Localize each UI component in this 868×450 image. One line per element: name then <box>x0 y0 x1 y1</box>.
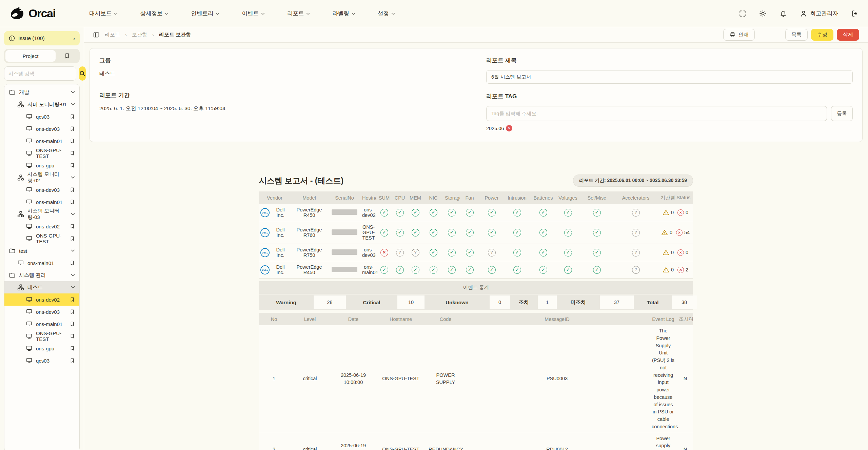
system-row[interactable]: DELLDell Inc. PowerEdge R450 ons-main01 … <box>259 261 693 279</box>
vendor-name: Dell Inc. <box>272 207 289 218</box>
bookmark-icon[interactable] <box>70 126 75 132</box>
bookmark-icon[interactable] <box>70 345 75 351</box>
monitor-icon <box>26 125 33 132</box>
delete-button[interactable]: 삭제 <box>837 29 859 41</box>
tree-item[interactable]: 시스템 관리 <box>4 269 79 281</box>
tree-item[interactable]: ons-dev02 <box>4 293 79 306</box>
event-row[interactable]: 1 critical 2025-06-1910:08:00 ONS-GPU-TE… <box>259 325 693 433</box>
nav-menu-item[interactable]: 설정 <box>378 10 395 17</box>
chevron-down-icon[interactable] <box>71 274 75 277</box>
bookmark-icon[interactable] <box>70 260 75 266</box>
panel-toggle-icon[interactable] <box>93 32 100 38</box>
nav-menu-item[interactable]: 대시보드 <box>89 10 118 17</box>
system-row[interactable]: DELLDell Inc. PowerEdge R750 ons-dev03 ✕… <box>259 244 693 261</box>
tree-item[interactable]: ons-dev03 <box>4 306 79 318</box>
bookmark-icon[interactable] <box>70 138 75 144</box>
chevron-down-icon[interactable] <box>71 286 75 289</box>
tree-item[interactable]: ons-main01 <box>4 257 79 269</box>
tree-item[interactable]: ONS-GPU-TEST <box>4 147 79 159</box>
nav-menu-item[interactable]: 상세정보 <box>140 10 169 17</box>
nav-menu-item-label: 대시보드 <box>89 10 112 17</box>
event-stat: Warning 28 <box>259 294 346 310</box>
system-search-input[interactable] <box>4 66 76 81</box>
folder-icon <box>9 272 16 279</box>
chevron-down-icon[interactable] <box>71 249 75 252</box>
edit-button[interactable]: 수정 <box>811 29 833 41</box>
tree-item[interactable]: qcs03 <box>4 110 79 123</box>
register-tag-button[interactable]: 등록 <box>831 106 853 121</box>
chevron-down-icon[interactable] <box>71 213 75 216</box>
bookmark-icon[interactable] <box>70 236 75 242</box>
tree-item[interactable]: 테스트 <box>4 281 79 293</box>
nav-menu-item[interactable]: 인벤토리 <box>191 10 219 17</box>
user-menu[interactable]: 최고관리자 <box>800 10 839 17</box>
bookmark-icon[interactable] <box>70 333 75 339</box>
chevron-down-icon <box>352 12 355 15</box>
nav-menu-item[interactable]: 이벤트 <box>242 10 265 17</box>
bookmark-icon[interactable] <box>70 321 75 327</box>
tree-item[interactable]: ONS-GPU-TEST <box>4 232 79 245</box>
bookmark-icon[interactable] <box>70 199 75 205</box>
tree-item[interactable]: ons-main01 <box>4 318 79 330</box>
monitor-icon <box>26 113 33 120</box>
tree-item[interactable]: ONS-GPU-TEST <box>4 330 79 342</box>
report-title-input[interactable] <box>486 70 853 84</box>
logout-icon[interactable] <box>851 10 859 17</box>
model-name: PowerEdge R750 <box>290 244 328 261</box>
tag-input[interactable] <box>486 106 827 121</box>
tab-project[interactable]: Project <box>5 50 56 62</box>
collapse-sidebar-icon[interactable]: ‹ <box>73 35 75 42</box>
ok-status-icon: ✓ <box>396 229 404 237</box>
issue-button[interactable]: Issue (100) ‹ <box>4 31 80 45</box>
tree-item[interactable]: ons-main01 <box>4 135 79 147</box>
ok-status-icon: ✓ <box>513 266 521 274</box>
bookmark-icon[interactable] <box>70 162 75 168</box>
tree-item[interactable]: ons-main01 <box>4 196 79 208</box>
report-period-value: 2025. 6. 1. 오전 12:00:04 ~ 2025. 6. 30. 오… <box>99 105 466 112</box>
tab-bookmarks[interactable] <box>56 53 78 59</box>
tree-item[interactable]: ons-dev03 <box>4 184 79 196</box>
list-button[interactable]: 목록 <box>785 29 808 41</box>
tree-item[interactable]: ons-gpu <box>4 342 79 354</box>
tree-item[interactable]: ons-dev02 <box>4 220 79 232</box>
tree-item[interactable]: ons-gpu <box>4 159 79 171</box>
tree-item-label: 시스템 모니터링-02 <box>27 171 71 184</box>
notification-bell-icon[interactable] <box>780 10 787 17</box>
bookmark-icon[interactable] <box>70 114 75 120</box>
nav-menu-item[interactable]: 리포트 <box>287 10 310 17</box>
bookmark-icon[interactable] <box>70 357 75 364</box>
event-row[interactable]: 2 critical 2025-06-1910:07:57 ONS-GPU-TE… <box>259 433 693 450</box>
tree-item-label: ons-gpu <box>36 346 54 351</box>
breadcrumb-report[interactable]: 리포트 <box>105 32 120 38</box>
theme-sun-icon[interactable] <box>759 10 767 17</box>
system-row[interactable]: DELLDell Inc. PowerEdge R450 ons-dev02 ✓… <box>259 204 693 221</box>
remove-tag-icon[interactable]: ✕ <box>506 125 512 131</box>
breadcrumb-archive[interactable]: 보관함 <box>132 32 147 38</box>
bookmark-icon[interactable] <box>70 150 75 156</box>
nav-menu-item[interactable]: 라벨링 <box>332 10 355 17</box>
event-message-id: PSU0003 <box>465 325 649 433</box>
print-button[interactable]: 인쇄 <box>723 29 755 41</box>
system-row[interactable]: DELLDell Inc. PowerEdge R760 ONS-GPU-TES… <box>259 221 693 244</box>
critical-circle-icon: ✕ <box>677 267 684 273</box>
chevron-down-icon[interactable] <box>71 103 75 106</box>
tree-item[interactable]: 시스템 모니터링-03 <box>4 208 79 220</box>
nav-menu: 대시보드 상세정보 인벤토리 이벤트 <box>89 10 395 17</box>
unknown-status-icon: ? <box>488 249 496 257</box>
tree-item[interactable]: ons-dev03 <box>4 123 79 135</box>
brand-logo[interactable]: Orcai <box>9 7 55 20</box>
bookmark-icon[interactable] <box>70 223 75 229</box>
tree-item[interactable]: 개발 <box>4 86 79 98</box>
warning-triangle-icon <box>663 209 669 216</box>
tree-item[interactable]: qcs03 <box>4 354 79 367</box>
bookmark-icon[interactable] <box>70 187 75 193</box>
tree-item[interactable]: 시스템 모니터링-02 <box>4 171 79 184</box>
bookmark-icon[interactable] <box>70 296 75 303</box>
bookmark-icon[interactable] <box>70 309 75 315</box>
chevron-down-icon[interactable] <box>71 91 75 94</box>
fullscreen-icon[interactable] <box>739 10 746 17</box>
chevron-down-icon <box>114 12 118 15</box>
tree-item[interactable]: 서버 모니터링-01 <box>4 98 79 110</box>
tree-item[interactable]: test <box>4 245 79 257</box>
chevron-down-icon[interactable] <box>71 176 75 179</box>
